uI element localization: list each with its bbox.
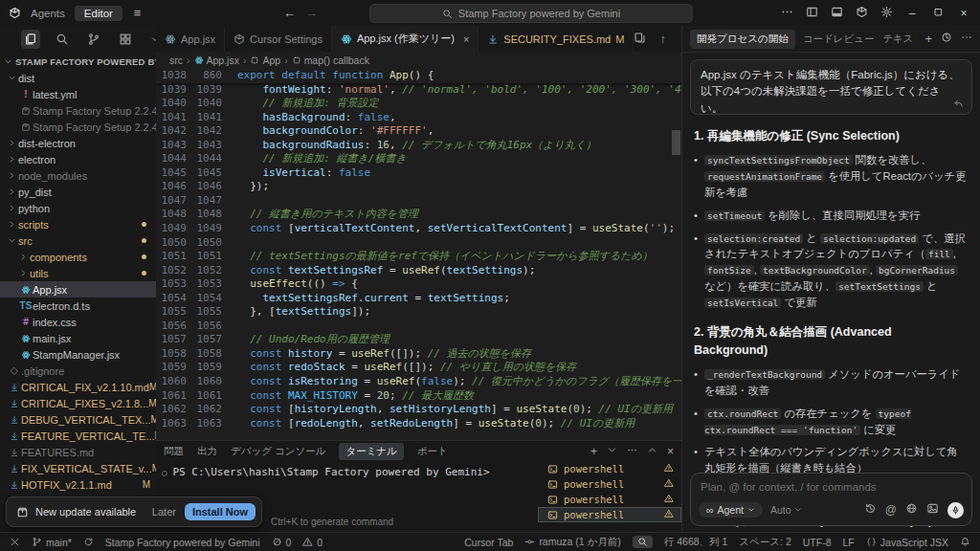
tree-folder-utils[interactable]: utils	[0, 265, 156, 281]
tree-file-index-css[interactable]: #index.css	[0, 314, 156, 330]
breadcrumb[interactable]: src›App.jsx›App›map() callback	[156, 52, 681, 69]
titlebar-layout-sidebar-button[interactable]	[806, 6, 818, 20]
tree-file-stampmanager-jsx[interactable]: StampManager.jsx	[0, 346, 156, 363]
input-image-button[interactable]	[926, 501, 939, 518]
statusbar-language-mode[interactable]: JavaScript JSX	[866, 537, 948, 548]
tree-file-critical-fix-v2-1-10-md[interactable]: CRITICAL_FIX_v2.1.10.mdM	[0, 379, 156, 395]
back-button[interactable]: ←	[283, 6, 296, 20]
activity-branch[interactable]	[84, 30, 103, 49]
explorer-header[interactable]: STAMP FACTORY POWERED BY GE...	[0, 53, 156, 70]
statusbar-git-blame[interactable]: ramuza (1 か月前)	[524, 536, 620, 549]
tree-folder-dist-electron[interactable]: dist-electron	[0, 135, 156, 151]
tree-file-debug-vertical-tex-[interactable]: DEBUG_VERTICAL_TEX...M	[0, 411, 156, 428]
terminal-session-powershell[interactable]: powershell	[538, 476, 681, 492]
editor-action-diff[interactable]	[634, 32, 646, 46]
tree-file-latest-yml[interactable]: !latest.yml	[0, 86, 156, 102]
tree-file-critical-fixes-v2-1-8-[interactable]: CRITICAL_FIXES_v2.1.8...M	[0, 395, 156, 411]
tree-file-electron-d-ts[interactable]: TSelectron.d.ts	[0, 298, 156, 314]
panel-action-chev-up[interactable]	[647, 445, 657, 457]
tree-folder-src[interactable]: src	[0, 232, 156, 249]
statusbar-zoom-indicator[interactable]	[633, 536, 653, 548]
panel-tab-ターミナル[interactable]: ターミナル	[339, 443, 403, 460]
tree-file-hotfix-v2-1-1-md[interactable]: HOTFIX_v2.1.1.mdM	[0, 476, 156, 493]
breadcrumb-item[interactable]: App.jsx	[194, 55, 239, 66]
restore-checkpoint-icon[interactable]	[953, 99, 964, 109]
panel-action-close[interactable]: ×	[667, 445, 674, 458]
titlebar-layout-panel-button[interactable]	[831, 6, 843, 20]
editor-tab-cursor-settings[interactable]: Cursor Settings	[225, 26, 332, 52]
tree-file-stamp-factory-setup-2-2-4-[interactable]: Stamp Factory Setup 2.2.4...	[0, 119, 156, 135]
assistant-tab-開発プロセスの開始[interactable]: 開発プロセスの開始	[690, 30, 795, 49]
statusbar-warnings[interactable]: 0	[302, 537, 323, 548]
code-editor[interactable]: 1038860export default function App() {10…	[156, 69, 681, 441]
terminal-session-powershell[interactable]: powershell	[538, 492, 681, 507]
panel-tab-問題[interactable]: 問題	[164, 445, 184, 458]
statusbar-eol[interactable]: LF	[843, 537, 855, 548]
assistant-tab-コードレビューと監査レ[interactable]: コードレビューと監査レ	[803, 33, 875, 46]
tree-file-feature-vertical-te-[interactable]: FEATURE_VERTICAL_TE...M	[0, 428, 156, 444]
panel-action-more[interactable]	[627, 445, 637, 457]
window-minimize-button[interactable]: –	[905, 7, 919, 20]
tree-folder-scripts[interactable]: scripts	[0, 216, 156, 232]
editor-tab-app-jsx-[interactable]: App.jsx (作業ツリー)×	[332, 26, 479, 52]
statusbar-encoding[interactable]: UTF-8	[803, 537, 832, 548]
statusbar-cursor-tab[interactable]: Cursor Tab	[464, 537, 513, 548]
close-icon[interactable]: ×	[463, 33, 469, 45]
breadcrumb-item[interactable]: src	[169, 55, 183, 66]
panel-action-plus[interactable]: +	[590, 445, 597, 458]
assistant-action-plus[interactable]: +	[924, 32, 932, 46]
tree-file-app-jsx[interactable]: App.jsx	[0, 281, 156, 298]
panel-tab-ポート[interactable]: ポート	[417, 445, 448, 458]
statusbar-sync[interactable]	[83, 537, 94, 547]
menu-icon[interactable]: ≡	[134, 6, 142, 20]
input-globe-button[interactable]	[905, 501, 918, 518]
tab-editor[interactable]: Editor	[75, 6, 122, 21]
titlebar-cube-button[interactable]	[856, 6, 868, 20]
tree-folder-components[interactable]: components	[0, 249, 156, 265]
assistant-tab-テキスト編![interactable]: テキスト編!	[882, 33, 917, 46]
later-button[interactable]: Later	[152, 506, 176, 518]
install-now-button[interactable]: Install Now	[185, 503, 256, 520]
statusbar-cursor-position[interactable]: 行 4668、列 1	[664, 536, 728, 549]
user-message-card[interactable]: App.jsx のテキスト編集機能（Fabric.js）における、以下の4つの未…	[690, 59, 972, 115]
tree-file-fix-vertical-state-v-[interactable]: FIX_VERTICAL_STATE_v...M	[0, 460, 156, 476]
forward-button[interactable]: →	[305, 6, 318, 20]
titlebar-gear-button[interactable]	[880, 6, 893, 20]
titlebar-search[interactable]: Stamp Factory powered by Gemini	[369, 4, 693, 23]
tree-folder-dist[interactable]: dist	[0, 70, 156, 86]
input-history-button[interactable]	[864, 501, 877, 518]
breadcrumb-item[interactable]: map() callback	[292, 55, 369, 66]
tree-file-features-md[interactable]: FEATURES.md	[0, 444, 156, 460]
editor-scrollbar[interactable]	[672, 130, 680, 155]
input-at-button[interactable]: @	[885, 503, 897, 517]
tree-folder-python[interactable]: python	[0, 200, 156, 216]
chat-input[interactable]: Plan, @ for context, / for commands ∞ Ag…	[690, 473, 972, 526]
editor-action-up[interactable]: ↑	[657, 33, 669, 45]
tree-file--gitignore[interactable]: .gitignore	[0, 363, 156, 379]
statusbar-remote[interactable]	[10, 537, 20, 547]
tree-folder-py-dist[interactable]: py_dist	[0, 184, 156, 200]
window-maximize-button[interactable]	[931, 7, 945, 20]
tree-folder-electron[interactable]: electron	[0, 151, 156, 167]
terminal-session-powershell[interactable]: powershell	[538, 507, 681, 522]
titlebar-more-button[interactable]	[781, 6, 793, 20]
editor-tab-security-fixes-md[interactable]: SECURITY_FIXES.mdM	[479, 26, 634, 52]
activity-search[interactable]	[53, 30, 72, 49]
tree-file-main-jsx[interactable]: main.jsx	[0, 330, 156, 346]
model-select[interactable]: Auto	[770, 504, 802, 516]
assistant-action-clock[interactable]	[941, 32, 952, 46]
panel-action-chev-down[interactable]	[607, 445, 617, 457]
tree-folder-node-modules[interactable]: node_modules	[0, 167, 156, 184]
statusbar-errors[interactable]: 0	[272, 537, 292, 548]
window-close-button[interactable]: ×	[957, 7, 970, 20]
mic-button[interactable]	[947, 502, 964, 518]
terminal-session-powershell[interactable]: powershell	[538, 461, 681, 476]
agent-mode-select[interactable]: ∞ Agent	[699, 502, 763, 518]
assistant-action-more[interactable]	[961, 32, 972, 46]
activity-extensions[interactable]	[116, 30, 135, 49]
tree-file-stamp-factory-setup-2-2-4-[interactable]: Stamp Factory Setup 2.2.4...	[0, 102, 156, 119]
editor-tab-app-jsx[interactable]: App.jsx	[156, 26, 225, 52]
panel-tab-出力[interactable]: 出力	[197, 445, 217, 458]
tab-agents[interactable]: Agents	[31, 8, 65, 19]
statusbar-git-branch[interactable]: main*	[32, 537, 72, 548]
